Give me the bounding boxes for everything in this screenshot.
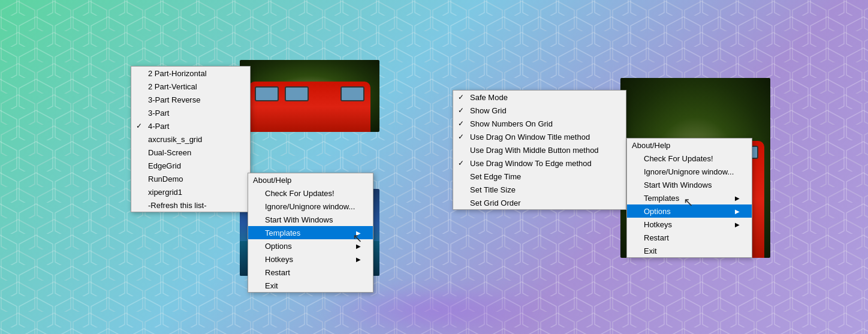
menu-item-refresh[interactable]: -Refresh this list-	[131, 198, 250, 212]
arrow-icon-options-l: ▶	[356, 243, 361, 249]
menu-item-templates-l[interactable]: Templates ▶	[248, 226, 373, 239]
menu-item-axcrusik[interactable]: axcrusik_s_grid	[131, 133, 250, 146]
menu-item-safe-mode[interactable]: Safe Mode	[453, 91, 626, 104]
menu-item-templates-r[interactable]: Templates ▶	[627, 191, 752, 204]
menu-item-3part-r[interactable]: 3-Part Reverse	[131, 93, 250, 106]
menu-item-set-grid-order[interactable]: Set Grid Order	[453, 196, 626, 209]
arrow-icon-hotkeys-l: ▶	[356, 256, 361, 263]
menu-item-start-windows-l[interactable]: Start With Windows	[248, 213, 373, 226]
menu-item-set-edge-time[interactable]: Set Edge Time	[453, 170, 626, 183]
menu-item-drag-middle[interactable]: Use Drag With Middle Button method	[453, 143, 626, 157]
left-sub-header: About/Help	[248, 173, 373, 186]
menu-item-xipergrid[interactable]: xipergrid1	[131, 185, 250, 198]
menu-item-restart-r[interactable]: Restart	[627, 231, 752, 244]
screenshot-left: 2 Part-Horizontal 2 Part-Vertical 3-Part…	[131, 60, 379, 276]
menu-item-restart-l[interactable]: Restart	[248, 266, 373, 279]
menu-item-ignore-r[interactable]: Ignore/Unignore window...	[627, 165, 752, 178]
arrow-icon-templates-r: ▶	[735, 195, 740, 201]
menu-item-start-windows-r[interactable]: Start With Windows	[627, 178, 752, 191]
left-abouthelp-menu[interactable]: About/Help Check For Updates! Ignore/Uni…	[248, 173, 373, 293]
menu-item-ignore-l[interactable]: Ignore/Unignore window...	[248, 200, 373, 213]
menu-item-edgegrid[interactable]: EdgeGrid	[131, 159, 250, 172]
menu-item-2part-v[interactable]: 2 Part-Vertical	[131, 80, 250, 93]
right-abouthelp-menu[interactable]: About/Help Check For Updates! Ignore/Uni…	[626, 138, 752, 258]
menu-item-set-title-size[interactable]: Set Title Size	[453, 183, 626, 196]
menu-item-3part[interactable]: 3-Part	[131, 106, 250, 119]
arrow-icon-options-r: ▶	[735, 208, 740, 215]
menu-item-dual-screen[interactable]: Dual-Screen	[131, 146, 250, 159]
menu-item-hotkeys-l[interactable]: Hotkeys ▶	[248, 252, 373, 266]
right-sub-header: About/Help	[627, 139, 752, 152]
train-image-top-left	[240, 60, 379, 132]
menu-item-2part-h[interactable]: 2 Part-Horizontal	[131, 67, 250, 80]
background: 2 Part-Horizontal 2 Part-Vertical 3-Part…	[0, 0, 868, 334]
arrow-icon-templates-l: ▶	[356, 230, 361, 236]
menu-item-exit-r[interactable]: Exit	[627, 244, 752, 257]
menu-item-show-numbers[interactable]: Show Numbers On Grid	[453, 117, 626, 130]
menu-item-exit-l[interactable]: Exit	[248, 279, 373, 292]
right-options-menu[interactable]: Safe Mode Show Grid Show Numbers On Grid…	[453, 90, 626, 210]
arrow-icon-hotkeys-r: ▶	[735, 221, 740, 228]
bottom-glow	[314, 286, 554, 334]
menu-item-check-updates-r[interactable]: Check For Updates!	[627, 152, 752, 165]
menu-item-rundemo[interactable]: RunDemo	[131, 172, 250, 185]
menu-item-check-updates-l[interactable]: Check For Updates!	[248, 186, 373, 200]
menu-item-4part[interactable]: 4-Part	[131, 119, 250, 133]
screenshot-right: Safe Mode Show Grid Show Numbers On Grid…	[453, 78, 770, 258]
menu-item-hotkeys-r[interactable]: Hotkeys ▶	[627, 218, 752, 231]
menu-item-drag-edge[interactable]: Use Drag Window To Edge method	[453, 157, 626, 170]
menu-item-options-r[interactable]: Options ▶	[627, 204, 752, 218]
left-template-menu[interactable]: 2 Part-Horizontal 2 Part-Vertical 3-Part…	[131, 66, 251, 212]
menu-item-drag-title[interactable]: Use Drag On Window Title method	[453, 130, 626, 143]
menu-item-options-l[interactable]: Options ▶	[248, 239, 373, 252]
menu-item-show-grid[interactable]: Show Grid	[453, 104, 626, 117]
